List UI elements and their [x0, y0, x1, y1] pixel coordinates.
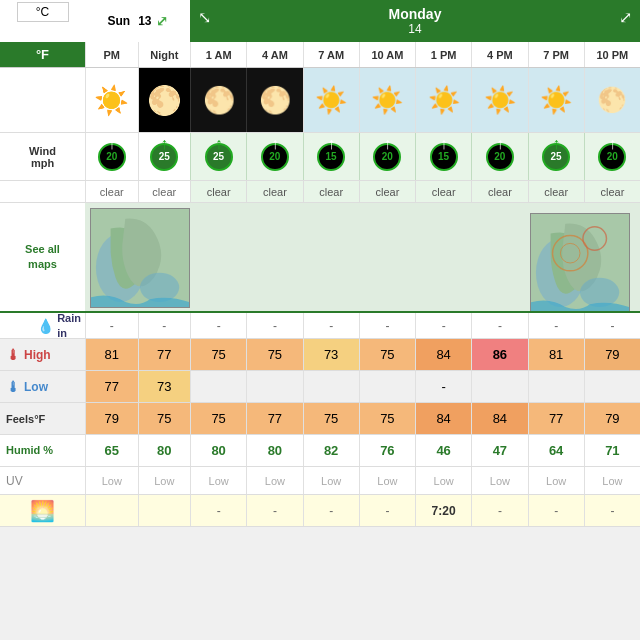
rain-1am: -	[190, 313, 246, 338]
sun-night-icon-cell: 🌕	[138, 68, 191, 132]
rain-sun-pm: -	[85, 313, 138, 338]
rain-10pm: -	[584, 313, 640, 338]
monday-title: Monday	[389, 6, 442, 22]
wind-1am: ↑25	[190, 133, 246, 180]
sunrise-1am: -	[190, 495, 246, 526]
humid-1am: 80	[190, 435, 246, 466]
humid-4am: 80	[246, 435, 302, 466]
rain-sun-night: -	[138, 313, 191, 338]
feels-4pm: 84	[471, 403, 527, 434]
conditions-sun-pm: clear	[85, 181, 138, 202]
conditions-7pm: clear	[528, 181, 584, 202]
high-10am: 75	[359, 339, 415, 370]
map-thumb-1[interactable]	[90, 208, 190, 308]
wind-sun-pm: ↑ 20	[85, 133, 138, 180]
map-thumb-2[interactable]	[530, 213, 630, 311]
svg-point-5	[580, 278, 619, 307]
low-1pm: -	[415, 371, 471, 402]
low-7am	[303, 371, 359, 402]
icon-label-col	[0, 68, 85, 132]
time-10pm: 10 PM	[584, 42, 640, 67]
conditions-label-col	[0, 181, 85, 202]
sunrise-7pm: -	[528, 495, 584, 526]
monday-expand-icon[interactable]: ⤢	[619, 8, 632, 27]
maps-content[interactable]	[85, 203, 640, 311]
feels-10pm: 79	[584, 403, 640, 434]
humid-sun-pm: 65	[85, 435, 138, 466]
low-7pm	[528, 371, 584, 402]
high-label: 🌡 High	[0, 339, 85, 370]
feels-4am: 77	[246, 403, 302, 434]
sun-night-header: Night	[138, 42, 191, 67]
low-10am	[359, 371, 415, 402]
time-4pm: 4 PM	[471, 42, 527, 67]
uv-label: UV	[0, 467, 85, 494]
icon-10pm: 🌕	[584, 68, 640, 132]
moon-icon: 🌕	[147, 84, 182, 117]
celsius-button[interactable]: °C	[17, 2, 69, 22]
sun-day-label: Sun	[107, 14, 130, 28]
sun-date-label: 13	[138, 14, 151, 28]
high-icon: 🌡	[6, 347, 20, 363]
time-10am: 10 AM	[359, 42, 415, 67]
time-labels-row: 1 AM 4 AM 7 AM 10 AM 1 PM 4 PM 7 PM 10 P…	[190, 42, 640, 67]
wind-10pm: ↑20	[584, 133, 640, 180]
feels-1am: 75	[190, 403, 246, 434]
humid-7am: 82	[303, 435, 359, 466]
rain-icon: 💧	[37, 318, 54, 334]
icon-4pm: ☀️	[471, 68, 527, 132]
uv-4am: Low	[246, 467, 302, 494]
icon-4am: 🌕	[246, 68, 302, 132]
time-1pm: 1 PM	[415, 42, 471, 67]
uv-10pm: Low	[584, 467, 640, 494]
map-svg-2	[531, 214, 629, 311]
high-7pm: 81	[528, 339, 584, 370]
feels-7pm: 77	[528, 403, 584, 434]
wind-4am: ↑20	[246, 133, 302, 180]
monday-collapse-icon[interactable]: ⤡	[198, 8, 211, 27]
conditions-10pm: clear	[584, 181, 640, 202]
icon-1pm: ☀️	[415, 68, 471, 132]
wind-4pm: ↑20	[471, 133, 527, 180]
time-1am: 1 AM	[190, 42, 246, 67]
maps-label[interactable]: See allmaps	[0, 203, 85, 311]
sun-icon: ☀️	[94, 84, 129, 117]
icon-7am: ☀️	[303, 68, 359, 132]
low-label: 🌡 Low	[0, 371, 85, 402]
humid-4pm: 47	[471, 435, 527, 466]
uv-7pm: Low	[528, 467, 584, 494]
feels-label: Feels°F	[0, 403, 85, 434]
rain-7pm: -	[528, 313, 584, 338]
conditions-7am: clear	[303, 181, 359, 202]
low-sun-pm: 77	[85, 371, 138, 402]
uv-1am: Low	[190, 467, 246, 494]
sunrise-sun-pm	[85, 495, 138, 526]
low-4pm	[471, 371, 527, 402]
map-svg-1	[91, 209, 189, 307]
conditions-sun-night: clear	[138, 181, 191, 202]
low-sun-night: 73	[138, 371, 191, 402]
sunrise-7am: -	[303, 495, 359, 526]
sunrise-1pm: 7:20	[415, 495, 471, 526]
low-4am	[246, 371, 302, 402]
time-7pm: 7 PM	[528, 42, 584, 67]
sun-pm-header: PM	[85, 42, 138, 67]
temp-unit-column: °C	[0, 0, 85, 42]
fahrenheit-button[interactable]: °F	[0, 42, 85, 67]
uv-10am: Low	[359, 467, 415, 494]
humid-7pm: 64	[528, 435, 584, 466]
icon-10am: ☀️	[359, 68, 415, 132]
sunrise-4pm: -	[471, 495, 527, 526]
wind-10am: ↑20	[359, 133, 415, 180]
uv-sun-night: Low	[138, 467, 191, 494]
sun-expand-icon[interactable]: ⤢	[156, 13, 168, 29]
rain-1pm: -	[415, 313, 471, 338]
icon-7pm: ☀️	[528, 68, 584, 132]
sun-pm-icon-cell: ☀️	[85, 68, 138, 132]
icon-1am: 🌕	[190, 68, 246, 132]
high-sun-pm: 81	[85, 339, 138, 370]
wind-sun-night: ↑ 25	[138, 133, 191, 180]
humid-10am: 76	[359, 435, 415, 466]
uv-4pm: Low	[471, 467, 527, 494]
low-10pm	[584, 371, 640, 402]
